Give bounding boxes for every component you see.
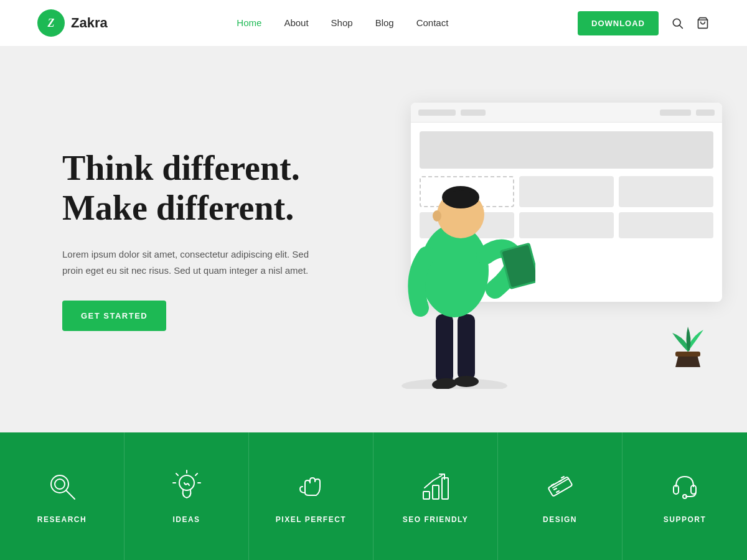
hero-illustration <box>374 90 722 389</box>
nav-link-home[interactable]: Home <box>237 17 261 28</box>
browser-bar-item <box>660 110 691 116</box>
seo-friendly-icon <box>418 469 453 504</box>
svg-point-18 <box>179 475 194 490</box>
feature-support-label: SUPPORT <box>664 515 707 524</box>
svg-rect-24 <box>423 492 430 499</box>
nav-link-about[interactable]: About <box>284 17 308 28</box>
svg-point-11 <box>433 210 441 222</box>
support-icon <box>667 469 702 504</box>
design-icon <box>543 469 578 504</box>
person-illustration <box>386 140 535 389</box>
svg-line-32 <box>559 480 561 482</box>
research-icon <box>45 469 80 504</box>
svg-line-30 <box>554 488 557 490</box>
nav-item-contact[interactable]: Contact <box>416 17 449 29</box>
browser-grid-item <box>619 176 713 207</box>
svg-rect-27 <box>548 477 572 497</box>
hero-title-line1: Think different. <box>62 149 300 187</box>
svg-line-31 <box>557 491 559 492</box>
svg-rect-14 <box>675 352 700 357</box>
plant-illustration <box>666 320 710 370</box>
svg-point-8 <box>420 224 489 317</box>
feature-research[interactable]: RESEARCH <box>0 432 125 560</box>
svg-rect-5 <box>458 314 475 380</box>
nav-link-blog[interactable]: Blog <box>375 17 394 28</box>
svg-line-33 <box>561 477 564 478</box>
get-started-button[interactable]: GET STARTED <box>62 301 166 331</box>
hero-description: Lorem ipsum dolor sit amet, consectetur … <box>62 246 324 278</box>
features-bar: RESEARCH IDEAS P <box>0 432 747 560</box>
hero-title: Think different. Make different. <box>62 148 324 228</box>
svg-rect-26 <box>442 478 448 499</box>
feature-ideas[interactable]: IDEAS <box>125 432 249 560</box>
download-button[interactable]: DOWNLOAD <box>578 11 659 35</box>
nav-item-blog[interactable]: Blog <box>375 17 394 29</box>
browser-bar-item <box>696 110 715 116</box>
nav-item-about[interactable]: About <box>284 17 308 29</box>
feature-pixel-perfect[interactable]: PIXEL PERFECT <box>249 432 374 560</box>
svg-point-36 <box>683 495 687 498</box>
svg-point-7 <box>454 376 479 387</box>
hero-title-line2: Make different. <box>62 189 294 227</box>
browser-bar-item <box>418 110 456 116</box>
nav-item-home[interactable]: Home <box>237 17 261 29</box>
nav-item-shop[interactable]: Shop <box>331 17 353 29</box>
browser-bar-item <box>461 110 486 116</box>
feature-seo-friendly[interactable]: SEO FRIENDLY <box>374 432 498 560</box>
feature-design[interactable]: DESIGN <box>498 432 622 560</box>
feature-research-label: RESEARCH <box>37 515 87 524</box>
svg-line-16 <box>66 490 75 499</box>
logo-icon: Z <box>37 9 65 37</box>
feature-seo-friendly-label: SEO FRIENDLY <box>403 515 469 524</box>
svg-rect-4 <box>436 314 453 383</box>
ideas-icon <box>169 469 204 504</box>
nav-link-shop[interactable]: Shop <box>331 17 353 28</box>
nav-link-contact[interactable]: Contact <box>416 17 449 28</box>
svg-line-1 <box>680 26 683 29</box>
feature-support[interactable]: SUPPORT <box>622 432 747 560</box>
search-icon[interactable] <box>671 17 684 29</box>
hero-section: Think different. Make different. Lorem i… <box>0 47 747 432</box>
feature-pixel-perfect-label: PIXEL PERFECT <box>276 515 346 524</box>
cart-icon[interactable] <box>696 17 710 29</box>
feature-ideas-label: IDEAS <box>172 515 200 524</box>
feature-design-label: DESIGN <box>543 515 577 524</box>
browser-bar <box>411 103 722 123</box>
navbar: Z Zakra Home About Shop Blog Contact DOW… <box>0 0 747 47</box>
pixel-perfect-icon <box>294 469 329 504</box>
browser-row2-item <box>619 212 713 238</box>
svg-line-21 <box>176 474 178 475</box>
nav-links: Home About Shop Blog Contact <box>237 17 448 29</box>
logo[interactable]: Z Zakra <box>37 9 108 37</box>
hero-content: Think different. Make different. Lorem i… <box>62 148 324 332</box>
logo-text: Zakra <box>71 15 108 31</box>
svg-point-17 <box>55 479 65 489</box>
svg-rect-25 <box>433 485 439 499</box>
svg-line-20 <box>195 474 197 475</box>
nav-right: DOWNLOAD <box>578 11 710 35</box>
